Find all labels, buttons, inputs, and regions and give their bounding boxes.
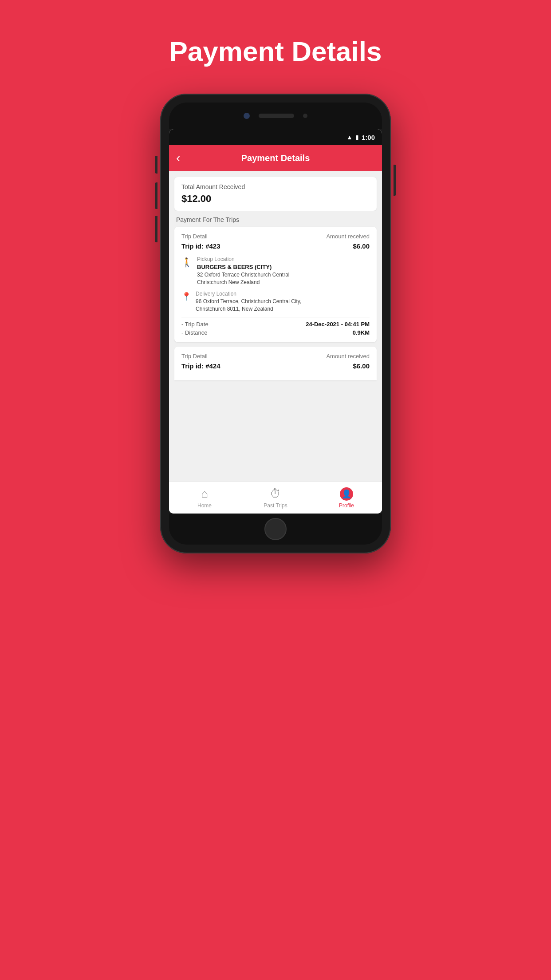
amount-received-label-2: Amount received	[326, 353, 370, 360]
delivery-location-text: Delivery Location 96 Oxford Terrace, Chr…	[196, 291, 370, 313]
pickup-location-row: 🚶 Pickup Location BURGERS & BEERS (CITY)…	[181, 256, 370, 286]
section-header: Payment For The Trips	[169, 211, 382, 227]
card-divider	[181, 317, 370, 317]
profile-icon: 👤	[340, 487, 353, 501]
trip-distance-value: 0.9KM	[353, 329, 370, 336]
trip-date-value: 24-Dec-2021 - 04:41 PM	[306, 321, 370, 328]
profile-label: Profile	[339, 502, 354, 509]
home-button[interactable]	[264, 518, 287, 540]
total-amount-value: $12.00	[181, 193, 370, 205]
past-trips-label: Past Trips	[264, 502, 287, 509]
pickup-icon-col: 🚶	[181, 256, 193, 284]
trip-detail-label-1: Trip Detail	[181, 233, 208, 240]
nav-past-trips[interactable]: ⏱ Past Trips	[240, 487, 311, 509]
page-title: Payment Details	[169, 36, 382, 67]
screen-content: Total Amount Received $12.00 Payment For…	[169, 171, 382, 482]
trip-id-2: Trip id: #424	[181, 362, 220, 370]
pickup-location-text: Pickup Location BURGERS & BEERS (CITY) 3…	[197, 256, 370, 286]
phone-shell: ▲ ▮ 1:00 ‹ Payment Details Total Amount …	[160, 94, 391, 553]
power-button	[394, 165, 396, 196]
phone-top-bar	[169, 103, 382, 129]
delivery-location-row: 📍 Delivery Location 96 Oxford Terrace, C…	[181, 291, 370, 313]
trip-date-row: - Trip Date 24-Dec-2021 - 04:41 PM	[181, 321, 370, 328]
pickup-type-label: Pickup Location	[197, 256, 370, 262]
trip-amount-2: $6.00	[353, 362, 370, 370]
trip-amount-1: $6.00	[353, 242, 370, 250]
amount-received-label-1: Amount received	[326, 233, 370, 240]
trip-distance-label: - Distance	[181, 329, 208, 336]
status-bar: ▲ ▮ 1:00	[169, 129, 382, 145]
home-icon: ⌂	[201, 487, 208, 501]
volume-down-button	[155, 216, 157, 242]
header-title: Payment Details	[241, 153, 310, 163]
trip-date-label: - Trip Date	[181, 321, 209, 328]
nav-profile[interactable]: 👤 Profile	[311, 487, 382, 509]
phone-bottom-bezel	[169, 514, 382, 545]
delivery-type-label: Delivery Location	[196, 291, 370, 297]
volume-up-button	[155, 182, 157, 209]
trip-card-1: Trip Detail Amount received Trip id: #42…	[174, 227, 377, 342]
total-amount-card: Total Amount Received $12.00	[174, 177, 377, 211]
pickup-name: BURGERS & BEERS (CITY)	[197, 263, 370, 271]
battery-icon: ▮	[355, 134, 359, 141]
back-button[interactable]: ‹	[176, 151, 180, 165]
phone-screen: ▲ ▮ 1:00 ‹ Payment Details Total Amount …	[169, 129, 382, 514]
trip-detail-label-2: Trip Detail	[181, 353, 208, 360]
app-header: ‹ Payment Details	[169, 145, 382, 171]
trip-id-1: Trip id: #423	[181, 242, 220, 250]
delivery-icon-col: 📍	[181, 291, 191, 301]
pickup-icon: 🚶	[181, 257, 193, 268]
trip-card-2: Trip Detail Amount received Trip id: #42…	[174, 347, 377, 380]
total-amount-label: Total Amount Received	[181, 183, 370, 190]
signal-icon: ▲	[346, 134, 353, 141]
bottom-nav: ⌂ Home ⏱ Past Trips 👤 Profile	[169, 482, 382, 514]
home-label: Home	[197, 502, 212, 509]
route-line	[187, 269, 187, 282]
trip-distance-row: - Distance 0.9KM	[181, 329, 370, 336]
trip-meta: - Trip Date 24-Dec-2021 - 04:41 PM - Dis…	[181, 321, 370, 336]
delivery-address: 96 Oxford Terrace, Christchurch Central …	[196, 298, 370, 313]
delivery-icon: 📍	[181, 292, 191, 301]
pickup-address: 32 Oxford Terrace Christchurch CentralCh…	[197, 271, 370, 286]
front-mic	[303, 114, 307, 118]
history-icon: ⏱	[270, 487, 281, 501]
silent-button	[155, 156, 157, 174]
status-time: 1:00	[362, 134, 375, 141]
nav-home[interactable]: ⌂ Home	[169, 487, 240, 509]
front-camera	[244, 113, 250, 119]
earpiece-speaker	[259, 114, 294, 118]
